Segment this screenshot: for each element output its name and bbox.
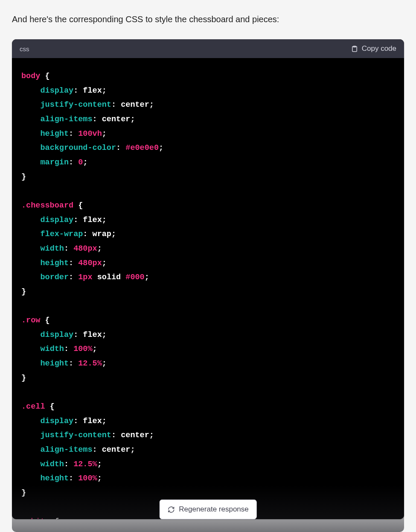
regenerate-button[interactable]: Regenerate response [159,500,257,519]
code-block: css Copy code body { display: flex; just… [12,39,404,519]
language-label: css [20,45,29,53]
intro-text: And here's the corresponding CSS to styl… [12,13,404,26]
copy-code-label: Copy code [362,44,396,53]
regenerate-label: Regenerate response [179,505,249,514]
code-header: css Copy code [12,39,404,58]
clipboard-icon [351,45,358,53]
copy-code-button[interactable]: Copy code [351,44,396,53]
refresh-icon [167,506,175,513]
code-content: body { display: flex; justify-content: c… [12,58,404,519]
